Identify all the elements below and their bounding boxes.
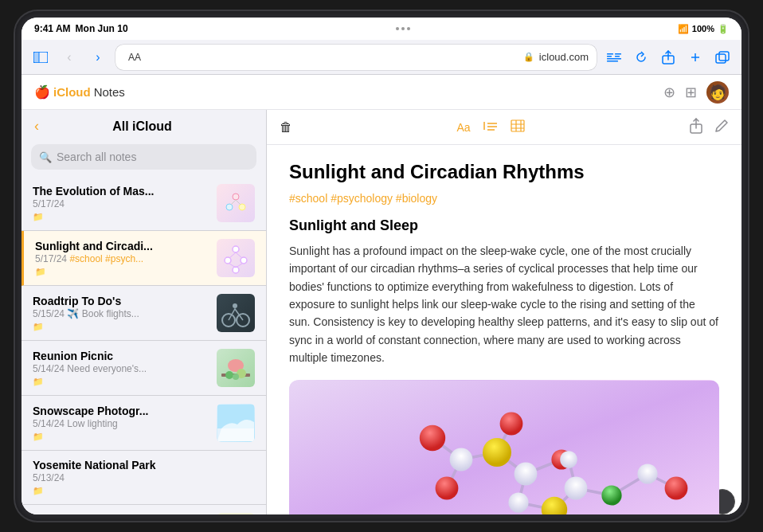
note-item[interactable]: Sunlight and Circadi... 5/17/24 #school … <box>22 231 266 286</box>
note-title: Plant Sketch <box>33 514 209 515</box>
note-thumbnail <box>217 184 255 222</box>
svg-line-18 <box>236 200 241 205</box>
svg-rect-4 <box>607 56 612 57</box>
search-bar[interactable]: 🔍 Search all notes <box>31 144 256 170</box>
share-note-button[interactable] <box>689 118 703 137</box>
add-tab-button[interactable] <box>684 46 706 68</box>
svg-rect-47 <box>511 120 524 131</box>
svg-point-16 <box>239 204 245 210</box>
note-info: The Evolution of Mas... 5/17/24 📁 <box>33 185 209 222</box>
note-toolbar: 🗑 Aa <box>267 110 741 145</box>
status-date: Mon Jun 10 <box>76 23 128 34</box>
note-meta: 5/13/24 <box>33 472 255 483</box>
svg-point-22 <box>233 267 239 273</box>
svg-rect-6 <box>615 56 620 57</box>
note-info: Plant Sketch 5/13/24 📁 <box>33 514 209 515</box>
svg-rect-7 <box>607 58 621 60</box>
note-meta: 5/17/24 <box>33 198 209 209</box>
note-thumbnail <box>217 239 255 277</box>
svg-line-17 <box>231 200 236 205</box>
status-time: 9:41 AM <box>34 23 71 34</box>
list-button[interactable] <box>483 120 498 134</box>
note-meta: 5/14/24 Low lighting <box>33 418 209 429</box>
search-icon: 🔍 <box>39 151 52 163</box>
sidebar-back-button[interactable]: ‹ <box>34 118 39 135</box>
svg-point-75 <box>450 448 473 471</box>
note-meta: 5/14/24 Need everyone's... <box>33 363 209 374</box>
note-info: Sunlight and Circadi... 5/17/24 #school … <box>35 240 209 277</box>
note-panel: 🗑 Aa <box>267 110 741 514</box>
note-title: The Evolution of Mas... <box>33 185 209 198</box>
address-bar[interactable]: AA 🔒 icloud.com <box>115 45 597 70</box>
status-dots <box>396 27 410 30</box>
svg-point-34 <box>233 374 239 380</box>
note-title: Snowscape Photogr... <box>33 405 209 417</box>
notes-label: Notes <box>94 85 125 99</box>
note-content: Sunlight and Circadian Rhythms #school #… <box>267 145 741 514</box>
account-button[interactable]: ⊕ <box>663 84 675 101</box>
molecule-image <box>289 380 719 514</box>
status-right: 📶 100% 🔋 <box>678 24 729 34</box>
reader-button[interactable] <box>603 46 625 68</box>
svg-point-76 <box>515 462 538 485</box>
note-toolbar-right <box>689 118 729 137</box>
svg-rect-5 <box>615 53 621 55</box>
back-button[interactable]: ‹ <box>58 46 80 68</box>
svg-rect-3 <box>607 53 613 55</box>
folder-icon: 📁 <box>33 212 209 222</box>
battery-text: 100% <box>692 24 714 33</box>
note-info: Yosemite National Park 5/13/24 📁 <box>33 459 255 496</box>
sidebar-header: ‹ All iCloud <box>22 110 266 141</box>
svg-line-23 <box>229 252 236 258</box>
app-logo: 🍎 iCloud Notes <box>34 84 125 100</box>
svg-point-28 <box>237 314 249 327</box>
note-title: Roadtrip To Do's <box>33 295 209 307</box>
table-button[interactable] <box>511 119 525 135</box>
note-title: Yosemite National Park <box>33 459 255 471</box>
note-item[interactable]: The Evolution of Mas... 5/17/24 📁 <box>22 176 266 231</box>
status-bar: 9:41 AM Mon Jun 10 📶 100% 🔋 <box>22 18 741 40</box>
delete-button[interactable]: 🗑 <box>280 120 292 135</box>
svg-rect-12 <box>716 54 726 63</box>
forward-button[interactable]: › <box>87 46 109 68</box>
icloud-label: iCloud <box>53 85 91 99</box>
sidebar-toggle-button[interactable] <box>29 46 52 68</box>
note-meta: 5/17/24 #school #psych... <box>35 253 209 264</box>
svg-point-67 <box>420 424 445 450</box>
app-bar: 🍎 iCloud Notes ⊕ ⊞ 🧑 <box>22 75 741 110</box>
svg-rect-0 <box>33 52 39 63</box>
refresh-button[interactable] <box>630 46 652 68</box>
svg-rect-8 <box>607 61 618 62</box>
note-info: Snowscape Photogr... 5/14/24 Low lightin… <box>33 405 209 442</box>
svg-point-74 <box>601 485 621 505</box>
note-thumbnail <box>217 294 255 332</box>
note-body-text: Sunlight has a profound impact on the sl… <box>289 242 719 367</box>
sidebar-title: All iCloud <box>45 119 253 134</box>
apple-icon: 🍎 <box>34 84 50 100</box>
note-section-title: Sunlight and Sleep <box>289 217 719 234</box>
note-toolbar-left: 🗑 <box>280 120 292 135</box>
tabs-button[interactable] <box>711 46 734 68</box>
font-button[interactable]: Aa <box>456 121 470 134</box>
svg-point-32 <box>225 371 233 379</box>
svg-point-71 <box>665 476 688 499</box>
search-placeholder: Search all notes <box>57 151 136 163</box>
note-main-title: Sunlight and Circadian Rhythms <box>289 161 719 184</box>
folder-icon: 📁 <box>33 377 209 387</box>
note-info: Roadtrip To Do's 5/15/24 ✈️ Book flights… <box>33 295 209 332</box>
note-item[interactable]: Snowscape Photogr... 5/14/24 Low lightin… <box>22 396 266 451</box>
share-browser-button[interactable] <box>657 46 679 68</box>
toolbar-right-buttons <box>603 46 734 68</box>
edit-note-button[interactable] <box>714 119 729 136</box>
note-title: Sunlight and Circadi... <box>35 240 209 252</box>
svg-point-80 <box>637 464 657 483</box>
note-item[interactable]: Yosemite National Park 5/13/24 📁 <box>22 451 266 505</box>
grid-button[interactable]: ⊞ <box>685 84 697 101</box>
note-item[interactable]: Roadtrip To Do's 5/15/24 ✈️ Book flights… <box>22 286 266 341</box>
browser-toolbar: ‹ › AA 🔒 icloud.com <box>22 40 741 75</box>
avatar-button[interactable]: 🧑 <box>706 81 729 104</box>
note-item[interactable]: Reunion Picnic 5/14/24 Need everyone's..… <box>22 341 266 396</box>
aa-label: AA <box>123 52 141 63</box>
note-item[interactable]: Plant Sketch 5/13/24 📁 <box>22 505 266 514</box>
note-toolbar-center: Aa <box>456 119 524 135</box>
